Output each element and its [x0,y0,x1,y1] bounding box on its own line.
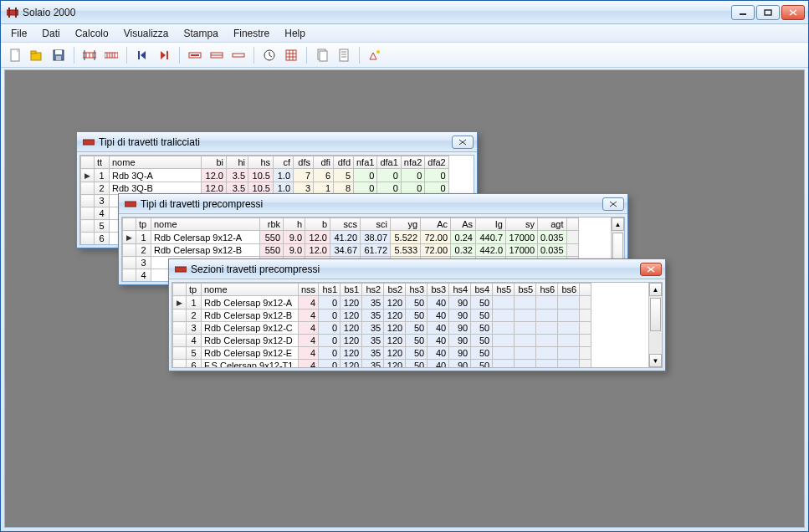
column-header[interactable]: hs4 [449,284,471,296]
menu-file[interactable]: File [4,26,33,41]
column-header[interactable]: hs2 [362,284,384,296]
cell[interactable] [558,360,580,369]
cell[interactable]: 17000 [506,244,538,257]
child-close-button[interactable] [602,197,624,211]
cell[interactable] [558,335,580,347]
column-header[interactable]: scs [330,218,361,231]
cell[interactable]: 35 [362,309,384,322]
menu-stampa[interactable]: Stampa [177,26,225,41]
cell[interactable]: 17000 [506,231,538,244]
menu-calcolo[interactable]: Calcolo [69,26,115,41]
cell[interactable]: 5.522 [391,231,421,244]
cell[interactable]: Rdb Celersap 9x12-B [202,309,299,322]
column-header[interactable]: hs6 [536,284,558,296]
cell[interactable]: 38.07 [361,231,391,244]
cell[interactable] [558,296,580,309]
cell[interactable]: 50 [406,360,428,369]
cell[interactable]: 0.24 [451,231,476,244]
cell[interactable]: 550 [260,244,284,257]
cell[interactable]: 41.20 [330,231,361,244]
cell[interactable]: 5 [334,169,354,182]
cell[interactable]: 40 [428,347,449,360]
cell[interactable]: 50 [471,296,493,309]
column-header[interactable] [580,284,591,296]
cell[interactable]: 35 [362,360,384,369]
cell[interactable]: 40 [428,296,449,309]
column-header[interactable] [81,156,95,169]
child-close-button[interactable] [452,136,474,149]
scroll-up-icon[interactable]: ▲ [649,283,662,296]
column-header[interactable]: bs1 [340,284,362,296]
cell[interactable] [580,335,591,347]
cell[interactable]: 120 [340,322,362,335]
menu-finestre[interactable]: Finestre [227,26,276,41]
save-icon[interactable] [49,46,68,64]
nav-last-icon[interactable] [155,46,173,64]
maximize-button[interactable] [756,5,780,20]
cell[interactable]: 4 [299,309,319,322]
column-header[interactable]: cf [274,156,294,169]
cell[interactable]: 90 [449,296,471,309]
column-header[interactable]: Ig [476,218,506,231]
cell[interactable]: 0 [319,347,340,360]
column-header[interactable]: bs5 [515,284,536,296]
beam2-icon[interactable] [207,46,226,64]
column-header[interactable]: b [305,218,330,231]
scrollbar[interactable]: ▲ ▼ [648,283,662,367]
clock-icon[interactable] [260,46,279,64]
cell[interactable] [558,347,580,360]
cell[interactable] [536,335,558,347]
cell[interactable] [536,322,558,335]
cell[interactable] [493,296,515,309]
column-header[interactable] [566,218,578,231]
cell[interactable]: 10.5 [248,169,274,182]
column-header[interactable]: agt [538,218,567,231]
column-header[interactable]: tp [187,284,202,296]
cell[interactable]: 4 [299,347,319,360]
cell[interactable]: 90 [449,335,471,347]
child-titlebar[interactable]: Tipi di travetti tralicciati [77,132,477,152]
column-header[interactable]: bs3 [428,284,449,296]
doc1-icon[interactable] [313,46,331,64]
cell[interactable] [536,360,558,369]
cell[interactable]: 0.32 [451,244,476,257]
cell[interactable]: 0 [319,309,340,322]
cell[interactable]: 90 [449,347,471,360]
minimize-button[interactable] [731,5,755,20]
cell[interactable]: 120 [340,347,362,360]
cell[interactable]: 7 [294,169,314,182]
child-close-button[interactable] [640,263,662,276]
cell[interactable]: 35 [362,335,384,347]
cell[interactable]: Rdb Celersap 9x12-B [151,244,260,257]
column-header[interactable]: dfa2 [425,156,448,169]
column-header[interactable]: bs6 [558,284,580,296]
cell[interactable] [566,231,578,244]
grid1-icon[interactable] [80,46,99,64]
help-icon[interactable] [366,46,384,64]
cell[interactable]: 72.00 [421,231,451,244]
cell[interactable]: 120 [340,296,362,309]
column-header[interactable]: tp [136,218,151,231]
cell[interactable]: 6 [314,169,334,182]
column-header[interactable]: nome [151,218,260,231]
table-row[interactable]: 4Rdb Celersap 9x12-D401203512050409050 [173,335,591,347]
cell[interactable]: Rdb Celersap 9x12-D [202,335,299,347]
cell[interactable]: 35 [362,322,384,335]
column-header[interactable]: hs3 [406,284,428,296]
cell[interactable]: Rdb Celersap 9x12-A [151,231,260,244]
cell[interactable]: 0 [319,360,340,369]
cell[interactable]: 1.0 [274,169,294,182]
cell[interactable]: 4 [299,335,319,347]
menu-help[interactable]: Help [278,26,312,41]
cell[interactable] [493,360,515,369]
grid2-icon[interactable] [102,46,120,64]
child-titlebar[interactable]: Tipi di travetti precompressi [119,194,627,214]
cell[interactable]: 90 [449,322,471,335]
cell[interactable] [580,309,591,322]
table-row[interactable]: 2Rdb Celersap 9x12-B401203512050409050 [173,309,591,322]
cell[interactable]: 50 [406,335,428,347]
cell[interactable]: 0 [401,169,424,182]
cell[interactable]: 35 [362,296,384,309]
cell[interactable]: 120 [384,360,406,369]
cell[interactable]: 50 [406,296,428,309]
